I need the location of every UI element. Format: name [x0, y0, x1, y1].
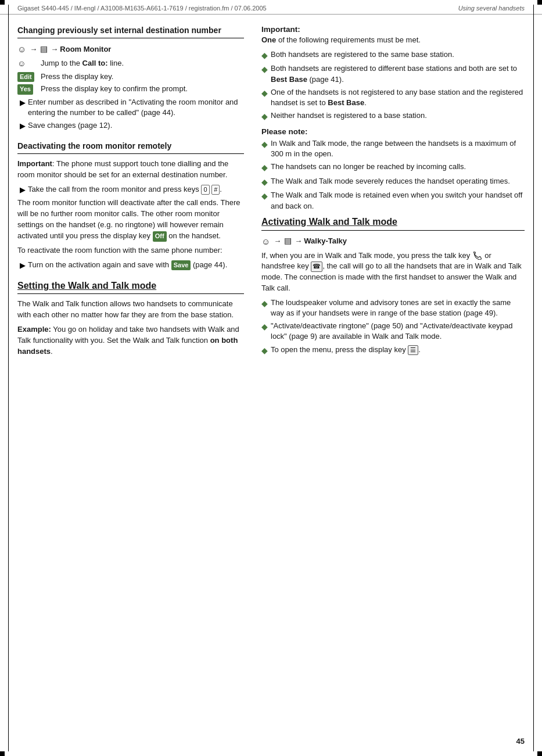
please-note-heading: Please note: [261, 127, 525, 136]
arrow-text-2: Save changes (page 12). [28, 120, 244, 131]
note-bullet-4: ◆ The Walk and Talk mode is retained eve… [261, 190, 525, 211]
diamond-3: ◆ [261, 88, 271, 99]
section2-body2: The room monitor function will deactivat… [17, 198, 244, 241]
act-text-1: The loudspeaker volume and advisory tone… [271, 298, 525, 318]
act-bullet-3: ◆ To open the menu, press the display ke… [261, 345, 525, 357]
arrow-bullet-1: ▶ [20, 98, 28, 108]
handsfree-key-icon: ☎ [311, 261, 322, 272]
menu-display-key: ☰ [408, 345, 418, 355]
section2-body1: Important: The phone must support touch … [17, 159, 244, 181]
edit-key-cell: Edit [17, 71, 41, 82]
note-bullet-1: ◆ In Walk and Talk mode, the range betwe… [261, 138, 525, 159]
bullet-text-2: Both handsets are registered to differen… [271, 63, 525, 84]
important-heading: Important: [261, 25, 525, 34]
arrow1: → [30, 44, 37, 55]
section3-underline [17, 293, 244, 294]
diamond-2: ◆ [261, 64, 271, 76]
edit-key: Edit [17, 72, 34, 82]
step-edit-text: Press the display key. [41, 71, 244, 82]
act-text-2: "Activate/deactivate ringtone" (page 50)… [271, 321, 525, 342]
corner-mark-br [537, 751, 542, 756]
note-bullet-3: ◆ The Walk and Talk mode severely reduce… [261, 176, 525, 188]
arrow-bullet-2: ▶ [20, 121, 28, 131]
menu-icon-1: ▤ [40, 44, 48, 55]
main-content: Changing previously set internal destina… [0, 15, 542, 372]
handset-icon-3: ☺ [261, 235, 270, 248]
act-arrow1: → [274, 236, 281, 246]
bullet-item-4: ◆ Neither handset is registered to a bas… [261, 110, 525, 123]
act-diamond-2: ◆ [261, 321, 271, 333]
act-diamond-1: ◆ [261, 298, 271, 310]
key-0: 0 [201, 185, 209, 195]
note-text-2: The handsets can no longer be reached by… [271, 162, 525, 172]
step-edit: Edit Press the display key. [17, 71, 244, 82]
activating-section: Activating Walk and Talk mode ☺ → ▤ → Wa… [261, 216, 525, 357]
note-text-4: The Walk and Talk mode is retained even … [271, 190, 525, 211]
menu-icon-2: ▤ [284, 235, 292, 247]
activating-title: Activating Walk and Talk mode [261, 216, 525, 228]
step-jump-text: Jump to the Call to: line. [41, 58, 244, 69]
save-key: Save [171, 260, 191, 270]
activating-bullets: ◆ The loudspeaker volume and advisory to… [261, 298, 525, 356]
section2-title: Deactivating the room monitor remotely [17, 141, 244, 151]
activating-nav-row: ☺ → ▤ → Walky-Talky [261, 235, 525, 248]
arrow-text-4: Turn on the activation again and save wi… [28, 260, 244, 270]
activating-underline [261, 230, 525, 231]
bullet-item-1: ◆ Both handsets are registered to the sa… [261, 49, 525, 62]
corner-mark-bl [0, 751, 5, 756]
arrow-text-3: Take the call from the room monitor and … [28, 184, 244, 195]
important-bullets: ◆ Both handsets are registered to the sa… [261, 49, 525, 123]
page-container: Gigaset S440-445 / IM-engl / A31008-M163… [0, 0, 542, 756]
note-diamond-4: ◆ [261, 191, 271, 202]
please-note-section: Please note: ◆ In Walk and Talk mode, th… [261, 127, 525, 212]
corner-mark-tr [537, 0, 542, 5]
corner-mark-tl [0, 0, 5, 5]
please-note-bullets: ◆ In Walk and Talk mode, the range betwe… [261, 138, 525, 212]
arrow2: → [51, 44, 58, 55]
important-intro: One of the following requirements must b… [261, 35, 525, 46]
act-arrow2: → [295, 236, 302, 246]
left-column: Changing previously set internal destina… [17, 25, 244, 361]
arrow-bullet-3: ▶ [20, 185, 28, 195]
arrow-item-take-call: ▶ Take the call from the room monitor an… [17, 184, 244, 195]
yes-key: Yes [17, 84, 33, 94]
arrow-item-enter-number: ▶ Enter number as described in "Activati… [17, 97, 244, 118]
act-text-3: To open the menu, press the display key … [271, 345, 525, 355]
diamond-4: ◆ [261, 111, 271, 123]
arrow-item-turn-on: ▶ Turn on the activation again and save … [17, 260, 244, 271]
important-section: Important: One of the following requirem… [261, 25, 525, 123]
note-text-1: In Walk and Talk mode, the range between… [271, 138, 525, 159]
note-diamond-1: ◆ [261, 139, 271, 151]
arrow-text-1: Enter number as described in "Activating… [28, 97, 244, 118]
step-jump-call: ☺ Jump to the Call to: line. [17, 58, 244, 70]
handset-icon-2: ☺ [17, 58, 41, 70]
bullet-text-3: One of the handsets is not registered to… [271, 87, 525, 108]
bullet-text-4: Neither handset is registered to a base … [271, 110, 525, 121]
right-border [533, 5, 534, 751]
activating-body1: If, when you are in Walk and Talk mode, … [261, 250, 525, 294]
section1-nav-row: ☺ → ▤ → Room Monitor [17, 43, 244, 55]
section2-body3: To reactivate the room function with the… [17, 245, 244, 256]
nav-label-room-monitor: Room Monitor [60, 44, 111, 55]
section-deactivating: Deactivating the room monitor remotely I… [17, 141, 244, 271]
note-diamond-3: ◆ [261, 177, 271, 188]
bullet-item-3: ◆ One of the handsets is not registered … [261, 87, 525, 108]
section3-body1: The Walk and Talk function allows two ha… [17, 299, 244, 321]
yes-key-cell: Yes [17, 84, 41, 94]
note-text-3: The Walk and Talk mode severely reduces … [271, 176, 525, 187]
act-bullet-2: ◆ "Activate/deactivate ringtone" (page 5… [261, 321, 525, 342]
bullet-text-1: Both handsets are registered to the same… [271, 49, 525, 60]
section1-title: Changing previously set internal destina… [17, 25, 244, 35]
arrow-item-save-changes: ▶ Save changes (page 12). [17, 120, 244, 131]
talk-key-icon [472, 252, 483, 260]
bullet-item-2: ◆ Both handsets are registered to differ… [261, 63, 525, 84]
nav-label-walky-talky: Walky-Talky [304, 236, 347, 246]
handset-icon: ☺ [17, 43, 26, 55]
section1-underline [17, 38, 244, 38]
section-changing-destination: Changing previously set internal destina… [17, 25, 244, 131]
off-key: Off [153, 231, 167, 242]
right-column: Important: One of the following requirem… [261, 25, 525, 361]
act-bullet-1: ◆ The loudspeaker volume and advisory to… [261, 298, 525, 318]
section-walk-talk: Setting the Walk and Talk mode The Walk … [17, 280, 244, 357]
left-border [8, 5, 9, 751]
